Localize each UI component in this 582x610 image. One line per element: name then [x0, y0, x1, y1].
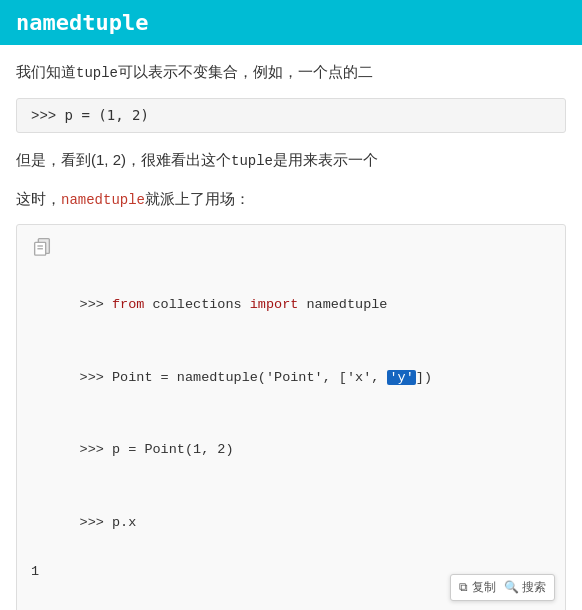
content: 我们知道tuple可以表示不变集合，例如，一个点的二 >>> p = (1, 2…	[0, 45, 582, 610]
code-text-1: collections	[144, 297, 249, 312]
code-text-1b: namedtuple	[298, 297, 387, 312]
kw-import: import	[250, 297, 299, 312]
code-text-4: p.x	[112, 515, 136, 530]
code-box: >>> from collections import namedtuple >…	[16, 224, 566, 610]
code-line-3: >>> p = Point(1, 2)	[31, 414, 551, 487]
code-text-2b: ])	[416, 370, 432, 385]
code-prompt-1: >>>	[31, 108, 65, 124]
toolbar-popup: ⧉ 复制 🔍 搜索	[450, 574, 555, 601]
simple-code-block: >>> p = (1, 2)	[16, 98, 566, 133]
header-title: namedtuple	[16, 10, 148, 35]
prompt-3: >>>	[80, 442, 112, 457]
code-icon	[31, 235, 551, 260]
code-content-1: p = (1, 2)	[65, 107, 149, 123]
prompt-1: >>>	[80, 297, 112, 312]
prompt-2: >>>	[80, 370, 112, 385]
code-line-2: >>> Point = namedtuple('Point', ['x', 'y…	[31, 341, 551, 414]
search-button[interactable]: 🔍 搜索	[504, 579, 546, 596]
prompt-4: >>>	[80, 515, 112, 530]
copy-button[interactable]: ⧉ 复制	[459, 579, 495, 596]
paragraph-1: 我们知道tuple可以表示不变集合，例如，一个点的二	[16, 59, 566, 86]
header: namedtuple	[0, 0, 582, 45]
highlight-y: 'y'	[387, 370, 415, 385]
paragraph-2: 但是，看到(1, 2)，很难看出这个tuple是用来表示一个	[16, 147, 566, 174]
code-line-1: >>> from collections import namedtuple	[31, 268, 551, 341]
code-line-4: >>> p.x	[31, 487, 551, 560]
code-text-2: Point = namedtuple('Point', ['x',	[112, 370, 387, 385]
paragraph-3: 这时，namedtuple就派上了用场：	[16, 186, 566, 213]
kw-from: from	[112, 297, 144, 312]
code-text-3: p = Point(1, 2)	[112, 442, 234, 457]
